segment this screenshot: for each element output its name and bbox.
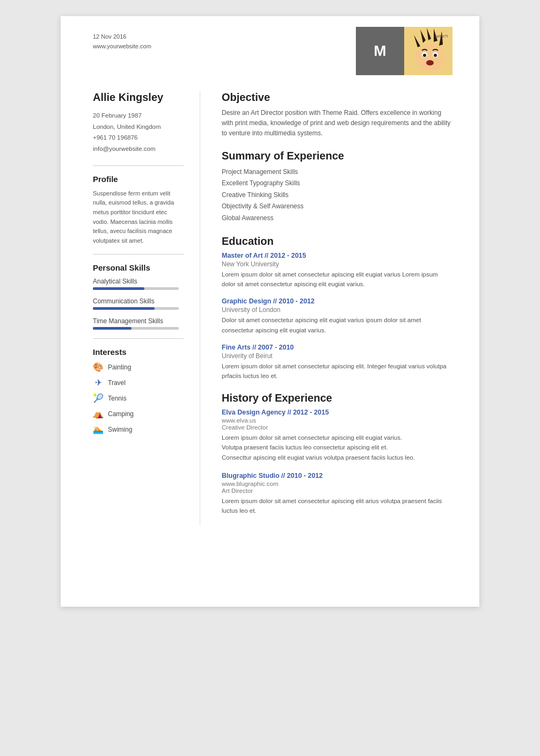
interest-item: 🏊 Swiming <box>93 424 184 434</box>
edu-school: Univerity of Beirut <box>222 352 453 360</box>
edu-desc: Lorem ipsum dolor sit amet consectetur a… <box>222 361 453 381</box>
interest-icon: 🎾 <box>93 393 104 403</box>
interest-label: Camping <box>108 410 134 418</box>
monogram-box: M <box>356 27 404 75</box>
edu-title: Master of Art // 2012 - 2015 <box>222 252 453 259</box>
contact-info: 20 February 1987 London, United Kingdom … <box>93 110 184 155</box>
interest-label: Swiming <box>108 426 132 433</box>
skill-item: Communication Skills <box>93 297 184 310</box>
interest-label: Tennis <box>108 395 127 402</box>
skill-label: Communication Skills <box>93 297 184 305</box>
skill-label: Analytical Skills <box>93 278 184 285</box>
objective-title: Objective <box>222 91 453 104</box>
summary-item: Global Awareness <box>222 213 453 224</box>
skill-item: Time Management Skills <box>93 317 184 330</box>
interests-title: Interests <box>93 347 184 357</box>
svg-point-8 <box>423 54 426 57</box>
left-column: Allie Kingsley 20 February 1987 London, … <box>61 91 200 526</box>
resume-page: 12 Nov 2016 www.yourwebsite.com M <box>61 16 479 607</box>
avatar-svg: what?! <box>404 27 453 75</box>
exp-title: Blugraphic Studio // 2010 - 2012 <box>222 472 453 479</box>
divider-1 <box>93 165 184 166</box>
interests-list: 🎨 Painting ✈ Travel 🎾 Tennis ⛺ Camping 🏊… <box>93 362 184 434</box>
header: 12 Nov 2016 www.yourwebsite.com M <box>61 16 479 81</box>
skill-bar-bg <box>93 327 179 330</box>
summary-title: Summary of Experience <box>222 150 453 162</box>
interest-item: 🎾 Tennis <box>93 393 184 403</box>
right-column: Objective Desire an Art Director positio… <box>200 91 479 526</box>
interest-item: ✈ Travel <box>93 377 184 388</box>
svg-marker-4 <box>414 35 420 47</box>
edu-school: University of London <box>222 306 453 314</box>
education-entry: Graphic Design // 2010 - 2012 University… <box>222 297 453 335</box>
interest-item: ⛺ Camping <box>93 409 184 419</box>
history-list: Elva Design Agency // 2012 - 2015 www.el… <box>222 409 453 516</box>
exp-url: www.blugraphic.com <box>222 481 453 487</box>
interest-icon: ✈ <box>93 377 104 388</box>
skill-bar-fill <box>93 287 144 290</box>
person-name: Allie Kingsley <box>93 91 184 104</box>
experience-entry: Blugraphic Studio // 2010 - 2012 www.blu… <box>222 472 453 516</box>
education-list: Master of Art // 2012 - 2015 New York Un… <box>222 252 453 381</box>
history-title: History of Experience <box>222 392 453 404</box>
skill-label: Time Management Skills <box>93 317 184 325</box>
summary-item: Project Management Skills <box>222 166 453 178</box>
summary-item: Excellent Typography Skills <box>222 178 453 190</box>
edu-school: New York University <box>222 260 453 268</box>
divider-2 <box>93 254 184 255</box>
interest-icon: ⛺ <box>93 409 104 419</box>
svg-text:what?!: what?! <box>435 34 448 39</box>
edu-title: Fine Arts // 2007 - 2010 <box>222 344 453 351</box>
interest-label: Travel <box>108 379 126 387</box>
skill-bar-bg <box>93 287 179 290</box>
education-entry: Master of Art // 2012 - 2015 New York Un… <box>222 252 453 289</box>
skill-bar-fill <box>93 327 132 330</box>
content-area: Allie Kingsley 20 February 1987 London, … <box>61 81 479 547</box>
profile-text: Suspendisse ferm entum velit nulla, euis… <box>93 189 184 246</box>
experience-entry: Elva Design Agency // 2012 - 2015 www.el… <box>222 409 453 462</box>
skill-item: Analytical Skills <box>93 278 184 290</box>
edu-desc: Dolor sit amet consectetur apiscing elit… <box>222 315 453 335</box>
skills-title: Personal Skills <box>93 263 184 272</box>
exp-url: www.elva.us <box>222 417 453 424</box>
summary-item: Objectivity & Self Awareness <box>222 201 453 213</box>
profile-title: Profile <box>93 175 184 184</box>
avatar-box: what?! <box>404 27 453 75</box>
phone: +961 70 196876 <box>93 132 184 143</box>
summary-list: Project Management SkillsExcellent Typog… <box>222 166 453 224</box>
dob: 20 February 1987 <box>93 110 184 121</box>
skill-bar-bg <box>93 307 179 310</box>
education-entry: Fine Arts // 2007 - 2010 Univerity of Be… <box>222 344 453 381</box>
exp-desc: Lorem ipsum dolor sit amet consectetur a… <box>222 496 453 516</box>
summary-item: Creative Thinking Skills <box>222 190 453 201</box>
exp-role: Art Director <box>222 488 453 494</box>
interest-icon: 🎨 <box>93 362 104 372</box>
interest-icon: 🏊 <box>93 424 104 434</box>
interest-label: Painting <box>108 364 131 371</box>
svg-point-9 <box>434 54 437 57</box>
edu-title: Graphic Design // 2010 - 2012 <box>222 297 453 305</box>
svg-marker-1 <box>427 28 431 40</box>
email: info@yourwebsite.com <box>93 143 184 155</box>
edu-desc: Lorem ipsum dolor sit amet consectetur a… <box>222 270 453 289</box>
exp-title: Elva Design Agency // 2012 - 2015 <box>222 409 453 416</box>
header-images: M <box>356 27 453 75</box>
skill-bar-fill <box>93 307 155 310</box>
interest-item: 🎨 Painting <box>93 362 184 372</box>
objective-text: Desire an Art Director position with The… <box>222 108 453 139</box>
skills-list: Analytical Skills Communication Skills T… <box>93 278 184 330</box>
exp-role: Creative Director <box>222 424 453 431</box>
svg-point-5 <box>415 44 445 72</box>
exp-desc: Lorem ipsum dolor sit amet consectetur a… <box>222 433 453 462</box>
location: London, United Kingdom <box>93 121 184 133</box>
education-title: Education <box>222 235 453 248</box>
monogram-letter: M <box>374 42 386 60</box>
divider-3 <box>93 338 184 339</box>
svg-marker-0 <box>420 30 426 43</box>
svg-point-10 <box>426 60 434 66</box>
